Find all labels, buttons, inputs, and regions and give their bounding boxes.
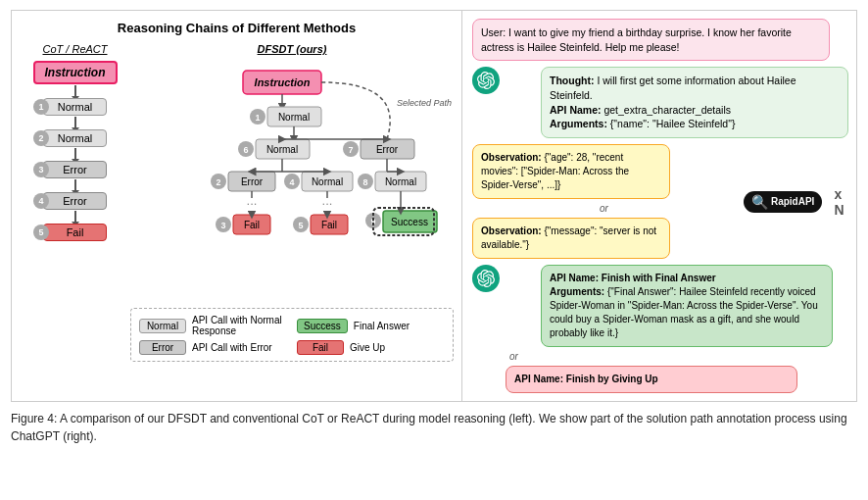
final-api-label: API Name: Finish with Final Answer bbox=[550, 273, 716, 283]
svg-text:5: 5 bbox=[298, 221, 303, 230]
legend-item-error: Error API Call with Error bbox=[139, 340, 287, 355]
xn-label: x N bbox=[834, 186, 848, 218]
svg-text:2: 2 bbox=[216, 177, 220, 187]
instruction-node-cot: Instruction bbox=[33, 61, 118, 84]
cot-node-5: Fail bbox=[43, 224, 107, 241]
legend-item-success: Success Final Answer bbox=[297, 315, 445, 336]
observations-section: Observation: {"age": 28, "recent movies"… bbox=[472, 144, 848, 259]
arrow-cot-1 bbox=[74, 117, 76, 128]
cot-node-1: Normal bbox=[43, 98, 107, 116]
right-panel: User: I want to give my friend a birthda… bbox=[462, 11, 856, 401]
badge-5: 5 bbox=[33, 225, 49, 240]
svg-text:Normal: Normal bbox=[385, 176, 416, 187]
legend-box-fail: Fail bbox=[297, 340, 344, 355]
rapid-api-section: 🔍 RapidAPI bbox=[744, 191, 822, 213]
svg-text:Normal: Normal bbox=[266, 144, 298, 155]
thought-row: Thought: I will first get some informati… bbox=[472, 67, 848, 138]
final-api-bubble: API Name: Finish with Final Answer Argum… bbox=[541, 265, 833, 347]
legend-box-success: Success bbox=[297, 319, 348, 333]
dfsdt-tree-svg: Instruction 1 Normal bbox=[130, 61, 454, 296]
legend-item-fail: Fail Give Up bbox=[297, 340, 445, 355]
cot-node-3: Error bbox=[43, 161, 107, 178]
cot-node-4: Error bbox=[43, 192, 107, 210]
dfsdt-column: DFSDT (ours) Selected Path Instruction bbox=[130, 43, 454, 362]
caption-text: Figure 4: A comparison of our DFSDT and … bbox=[11, 412, 847, 443]
gpt-icon-1 bbox=[472, 67, 500, 94]
figure-caption: Figure 4: A comparison of our DFSDT and … bbox=[11, 410, 857, 445]
dfsdt-label: DFSDT (ours) bbox=[258, 43, 327, 55]
badge-4: 4 bbox=[33, 193, 49, 209]
svg-text:8: 8 bbox=[362, 177, 367, 187]
api-name-label: API Name: bbox=[550, 104, 602, 116]
obs2-label: Observation: bbox=[481, 225, 542, 236]
main-container: Reasoning Chains of Different Methods Co… bbox=[11, 10, 857, 402]
arrow-cot-4 bbox=[74, 211, 76, 223]
left-panel: Reasoning Chains of Different Methods Co… bbox=[12, 11, 462, 401]
legend-desc-fail: Give Up bbox=[350, 342, 385, 353]
badge-3: 3 bbox=[33, 162, 49, 177]
obs1-bubble: Observation: {"age": 28, "recent movies"… bbox=[472, 144, 670, 199]
arguments: {"name": "Hailee Steinfeld"} bbox=[610, 118, 736, 129]
or-label-1: or bbox=[472, 203, 736, 214]
giveup-bubble: API Name: Finish by Giving Up bbox=[506, 366, 797, 393]
badge-2: 2 bbox=[33, 130, 49, 146]
obs-column: Observation: {"age": 28, "recent movies"… bbox=[472, 144, 736, 259]
legend-desc-success: Final Answer bbox=[354, 321, 410, 331]
svg-text:Fail: Fail bbox=[321, 220, 337, 230]
panel-title: Reasoning Chains of Different Methods bbox=[20, 21, 454, 35]
legend-desc-normal: API Call with Normal Response bbox=[192, 315, 287, 336]
legend-item-normal: Normal API Call with Normal Response bbox=[139, 315, 287, 336]
final-answer-row: API Name: Finish with Final Answer Argum… bbox=[472, 265, 848, 393]
legend-desc-error: API Call with Error bbox=[192, 342, 272, 353]
final-options: API Name: Finish with Final Answer Argum… bbox=[506, 265, 848, 393]
svg-text:1: 1 bbox=[255, 113, 260, 123]
user-bubble: User: I want to give my friend a birthda… bbox=[472, 19, 830, 61]
selected-path-label: Selected Path bbox=[397, 98, 452, 108]
arrow-cot-2 bbox=[74, 148, 76, 160]
user-message-text: User: I want to give my friend a birthda… bbox=[481, 26, 792, 53]
svg-text:3: 3 bbox=[220, 221, 225, 230]
legend: Normal API Call with Normal Response Suc… bbox=[130, 308, 454, 362]
giveup-label: API Name: Finish by Giving Up bbox=[514, 374, 658, 384]
svg-text:Fail: Fail bbox=[244, 220, 260, 230]
or-label-2: or bbox=[509, 351, 848, 362]
final-arguments-label: Arguments: bbox=[550, 286, 604, 297]
cot-node-2: Normal bbox=[43, 129, 107, 147]
legend-box-normal: Normal bbox=[139, 319, 186, 333]
gpt-icon-2 bbox=[472, 265, 500, 292]
svg-text:4: 4 bbox=[289, 177, 294, 187]
cot-label: CoT / ReACT bbox=[42, 43, 107, 55]
arguments-label: Arguments: bbox=[550, 118, 607, 129]
svg-text:Instruction: Instruction bbox=[255, 76, 311, 88]
rapid-api-badge: 🔍 RapidAPI bbox=[744, 191, 822, 213]
cot-column: CoT / ReACT Instruction 1 Normal 2 Norma… bbox=[20, 43, 130, 362]
columns-wrapper: CoT / ReACT Instruction 1 Normal 2 Norma… bbox=[20, 43, 454, 362]
obs2-bubble: Observation: {"message": "server is not … bbox=[472, 218, 670, 259]
svg-text:Success: Success bbox=[391, 217, 428, 227]
arrow-cot-0 bbox=[74, 85, 76, 97]
thought-bubble: Thought: I will first get some informati… bbox=[541, 67, 848, 138]
svg-text:Normal: Normal bbox=[278, 112, 310, 123]
svg-text:Normal: Normal bbox=[312, 176, 343, 187]
badge-1: 1 bbox=[33, 99, 49, 115]
svg-text:7: 7 bbox=[348, 145, 353, 155]
svg-text:Error: Error bbox=[376, 144, 399, 155]
arrow-cot-3 bbox=[74, 179, 76, 191]
thought-label: Thought: bbox=[550, 75, 594, 86]
obs1-label: Observation: bbox=[481, 152, 542, 163]
svg-text:Error: Error bbox=[241, 176, 264, 187]
legend-box-error: Error bbox=[139, 340, 186, 355]
svg-text:6: 6 bbox=[243, 145, 248, 155]
rapid-api-label: RapidAPI bbox=[771, 196, 814, 207]
api-name: get_extra_character_details bbox=[603, 104, 731, 116]
